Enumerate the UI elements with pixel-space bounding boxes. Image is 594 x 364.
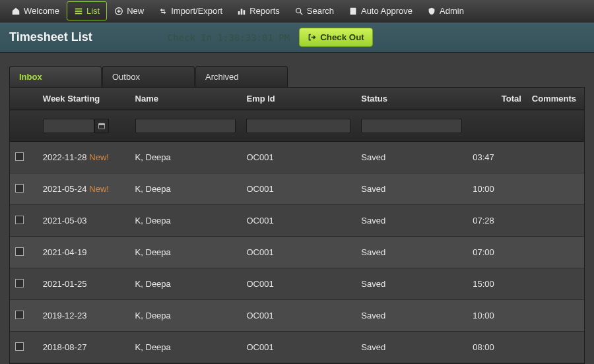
row-checkbox[interactable] xyxy=(15,279,24,288)
svg-rect-0 xyxy=(75,8,82,9)
cell-status: Saved xyxy=(356,268,467,300)
svg-rect-6 xyxy=(244,10,246,15)
nav-search-label: Search xyxy=(307,6,334,16)
filter-row xyxy=(10,110,584,142)
filter-status-input[interactable] xyxy=(361,119,462,133)
tab-inbox-label: Inbox xyxy=(19,72,42,82)
cell-total: 10:00 xyxy=(467,173,527,205)
filter-emp-input[interactable] xyxy=(246,119,350,133)
table-row[interactable]: 2021-05-03K, DeepaOC001Saved07:28 xyxy=(10,205,584,237)
nav-auto-approve[interactable]: Auto Approve xyxy=(341,1,420,20)
document-icon xyxy=(348,7,358,16)
cell-total: 08:00 xyxy=(467,332,527,363)
nav-list-label: List xyxy=(86,6,100,16)
table-wrap: Week Starting Name Emp Id Status Total C… xyxy=(9,87,585,364)
cell-comments xyxy=(527,142,584,173)
svg-rect-1 xyxy=(75,11,82,12)
table-row[interactable]: 2021-01-25K, DeepaOC001Saved15:00 xyxy=(10,268,584,300)
filter-name-input[interactable] xyxy=(135,119,236,133)
cell-comments xyxy=(527,237,584,268)
col-check xyxy=(10,88,38,110)
svg-rect-8 xyxy=(350,7,356,15)
nav-welcome[interactable]: Welcome xyxy=(4,1,67,20)
nav-new[interactable]: New xyxy=(107,1,151,20)
cell-emp: OC001 xyxy=(241,332,356,363)
col-total[interactable]: Total xyxy=(467,88,527,110)
row-checkbox[interactable] xyxy=(15,342,24,351)
tab-outbox[interactable]: Outbox xyxy=(102,66,195,87)
filter-week-wrap xyxy=(43,119,109,133)
table-row[interactable]: 2018-08-27K, DeepaOC001Saved08:00 xyxy=(10,332,584,363)
clock-text: Check In 1:38:33:01 PM xyxy=(168,32,290,43)
cell-week: 2021-01-25 xyxy=(38,268,130,300)
tab-outbox-label: Outbox xyxy=(112,72,140,82)
cell-emp: OC001 xyxy=(241,173,356,205)
calendar-button[interactable] xyxy=(94,119,109,133)
column-header-row: Week Starting Name Emp Id Status Total C… xyxy=(10,88,584,110)
shield-icon xyxy=(427,7,436,16)
cell-emp: OC001 xyxy=(241,237,356,268)
svg-rect-5 xyxy=(241,9,243,15)
transfer-icon xyxy=(158,7,168,16)
cell-emp: OC001 xyxy=(241,142,356,173)
cell-status: Saved xyxy=(356,142,467,173)
col-comments[interactable]: Comments xyxy=(527,88,584,110)
cell-week: 2022-11-28New! xyxy=(38,142,130,173)
cell-emp: OC001 xyxy=(241,205,356,237)
cell-name: K, Deepa xyxy=(130,332,242,363)
nav-import-export-label: Import/Export xyxy=(171,6,222,16)
new-badge: New! xyxy=(89,184,109,194)
tab-inbox[interactable]: Inbox xyxy=(9,66,102,87)
row-checkbox[interactable] xyxy=(15,247,24,256)
top-nav: Welcome List New Import/Export Reports S… xyxy=(0,0,594,22)
filter-week-input[interactable] xyxy=(43,119,94,133)
header-bar: Timesheet List Check In 1:38:33:01 PM Ch… xyxy=(0,22,594,53)
cell-week: 2019-12-23 xyxy=(38,300,130,332)
cell-name: K, Deepa xyxy=(130,205,242,237)
cell-comments xyxy=(527,205,584,237)
check-out-label: Check Out xyxy=(320,32,364,42)
cell-total: 03:47 xyxy=(467,142,527,173)
cell-comments xyxy=(527,268,584,300)
col-week[interactable]: Week Starting xyxy=(38,88,130,110)
cell-emp: OC001 xyxy=(241,268,356,300)
search-icon xyxy=(294,7,304,16)
check-out-button[interactable]: Check Out xyxy=(299,28,373,47)
list-icon xyxy=(74,7,83,16)
nav-admin[interactable]: Admin xyxy=(420,1,471,20)
table-row[interactable]: 2022-11-28New!K, DeepaOC001Saved03:47 xyxy=(10,142,584,173)
table-row[interactable]: 2021-04-19K, DeepaOC001Saved07:00 xyxy=(10,237,584,268)
col-status[interactable]: Status xyxy=(356,88,467,110)
logout-icon xyxy=(308,33,316,42)
nav-import-export[interactable]: Import/Export xyxy=(151,1,230,20)
cell-status: Saved xyxy=(356,300,467,332)
row-checkbox[interactable] xyxy=(15,311,24,319)
cell-name: K, Deepa xyxy=(130,237,242,268)
row-checkbox[interactable] xyxy=(15,152,24,161)
cell-name: K, Deepa xyxy=(130,268,242,300)
col-name[interactable]: Name xyxy=(130,88,242,110)
nav-reports[interactable]: Reports xyxy=(230,1,287,20)
cell-week: 2021-05-24New! xyxy=(38,173,130,205)
tab-archived-label: Archived xyxy=(205,72,239,82)
chart-icon xyxy=(237,7,246,16)
tab-archived[interactable]: Archived xyxy=(195,66,288,87)
row-checkbox[interactable] xyxy=(15,216,24,224)
table-row[interactable]: 2021-05-24New!K, DeepaOC001Saved10:00 xyxy=(10,173,584,205)
plus-circle-icon xyxy=(114,7,123,16)
col-emp[interactable]: Emp Id xyxy=(241,88,356,110)
cell-total: 07:00 xyxy=(467,237,527,268)
nav-search[interactable]: Search xyxy=(287,1,341,20)
row-checkbox[interactable] xyxy=(15,184,24,193)
cell-comments xyxy=(527,300,584,332)
cell-total: 15:00 xyxy=(467,268,527,300)
table-row[interactable]: 2019-12-23K, DeepaOC001Saved10:00 xyxy=(10,300,584,332)
nav-list[interactable]: List xyxy=(67,1,107,20)
cell-week: 2021-04-19 xyxy=(38,237,130,268)
cell-status: Saved xyxy=(356,173,467,205)
cell-emp: OC001 xyxy=(241,300,356,332)
cell-comments xyxy=(527,173,584,205)
cell-total: 07:28 xyxy=(467,205,527,237)
nav-new-label: New xyxy=(127,6,144,16)
calendar-icon xyxy=(98,122,106,130)
